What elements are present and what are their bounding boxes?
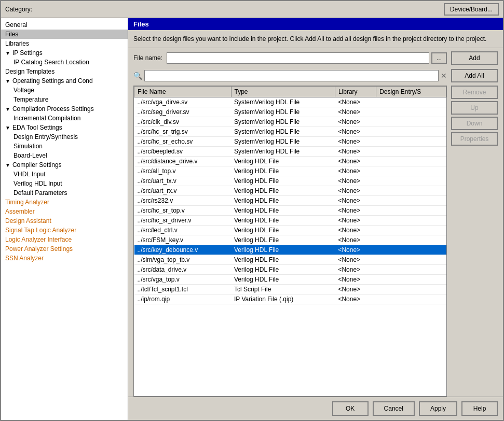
col-type[interactable]: Type (231, 87, 335, 97)
sidebar-label-ip-catalog: IP Catalog Search Location (13, 59, 89, 66)
properties-button[interactable]: Properties (451, 132, 498, 146)
right-panel: Files Select the design files you want t… (128, 18, 503, 420)
device-board-button[interactable]: Device/Board... (444, 3, 499, 16)
down-button[interactable]: Down (451, 117, 498, 130)
table-cell-1: Verilog HDL File (231, 226, 335, 235)
sidebar-item-voltage[interactable]: Voltage (1, 86, 128, 95)
table-cell-3 (376, 285, 446, 294)
sidebar-item-logic-analyzer[interactable]: Logic Analyzer Interface (1, 235, 128, 244)
category-label: Category: (5, 6, 32, 13)
table-cell-2: <None> (335, 285, 376, 294)
table-row[interactable]: ../src/vga_dirve.svSystemVerilog HDL Fil… (134, 97, 446, 107)
table-row[interactable]: ../src/hc_sr_trig.svSystemVerilog HDL Fi… (134, 127, 446, 137)
table-row[interactable]: ../src/led_ctrl.vVerilog HDL File<None> (134, 226, 446, 235)
table-row[interactable]: ../tcl/Tcl_script1.tclTcl Script File<No… (134, 285, 446, 294)
sidebar-item-design-entry[interactable]: Design Entry/Synthesis (1, 132, 128, 142)
sidebar-item-general[interactable]: General (1, 20, 128, 30)
table-cell-1: SystemVerilog HDL File (231, 107, 335, 117)
table-cell-3 (376, 196, 446, 206)
table-row[interactable]: ../src/hc_sr_echo.svSystemVerilog HDL Fi… (134, 137, 446, 147)
sidebar-item-vhdl-input[interactable]: VHDL Input (1, 170, 128, 179)
table-row[interactable]: ../src/hc_sr_driver.vVerilog HDL File<No… (134, 216, 446, 226)
sidebar-item-incremental[interactable]: Incremental Compilation (1, 114, 128, 123)
col-filename[interactable]: File Name (134, 87, 231, 97)
table-cell-2: <None> (335, 206, 376, 216)
table-cell-2: <None> (335, 97, 376, 107)
table-row[interactable]: ../src/distance_drive.vVerilog HDL File<… (134, 157, 446, 166)
remove-button[interactable]: Remove (451, 86, 498, 99)
sidebar-item-ip-catalog[interactable]: IP Catalog Search Location (1, 58, 128, 67)
sidebar-label-voltage: Voltage (13, 87, 34, 94)
help-button[interactable]: Help (461, 401, 498, 416)
col-entry[interactable]: Design Entry/S (376, 87, 446, 97)
table-row[interactable]: ../src/rs232.vVerilog HDL File<None> (134, 196, 446, 206)
apply-button[interactable]: Apply (419, 401, 457, 416)
table-row[interactable]: ../src/seg_driver.svSystemVerilog HDL Fi… (134, 107, 446, 117)
table-cell-0: ../src/uart_tx.v (134, 176, 231, 186)
table-row[interactable]: ../ip/rom.qipIP Variation File (.qip)<No… (134, 294, 446, 304)
file-table: File Name Type Library Design Entry/S ..… (134, 86, 446, 304)
sidebar: GeneralFilesLibraries▼IP SettingsIP Cata… (1, 18, 128, 420)
sidebar-item-temperature[interactable]: Temperature (1, 95, 128, 104)
sidebar-item-files[interactable]: Files (1, 30, 128, 39)
file-table-container[interactable]: File Name Type Library Design Entry/S ..… (133, 86, 447, 397)
sidebar-item-timing-analyzer[interactable]: Timing Analyzer (1, 198, 128, 207)
sidebar-item-libraries[interactable]: Libraries (1, 39, 128, 48)
table-row[interactable]: ../src/uart_rx.vVerilog HDL File<None> (134, 186, 446, 196)
sidebar-item-design-templates[interactable]: Design Templates (1, 67, 128, 76)
table-cell-0: ../src/distance_drive.v (134, 157, 231, 166)
sidebar-label-temperature: Temperature (13, 96, 48, 103)
add-button[interactable]: Add (451, 51, 498, 65)
table-row[interactable]: ../src/FSM_key.vVerilog HDL File<None> (134, 235, 446, 245)
sidebar-item-verilog-hdl[interactable]: Verilog HDL Input (1, 179, 128, 188)
sidebar-item-compilation[interactable]: ▼Compilation Process Settings (1, 104, 128, 114)
sidebar-item-eda-tool[interactable]: ▼EDA Tool Settings (1, 123, 128, 132)
clear-search-icon[interactable]: ✕ (441, 72, 447, 80)
sidebar-item-default-params[interactable]: Default Parameters (1, 188, 128, 198)
collapse-icon: ▼ (5, 125, 10, 131)
table-row[interactable]: ../src/data_drive.vVerilog HDL File<None… (134, 265, 446, 275)
sidebar-label-logic-analyzer: Logic Analyzer Interface (5, 236, 72, 243)
sidebar-item-compiler-settings[interactable]: ▼Compiler Settings (1, 160, 128, 170)
table-row[interactable]: ../src/beepled.svSystemVerilog HDL File<… (134, 147, 446, 157)
table-row[interactable]: ../src/vga_top.vVerilog HDL File<None> (134, 275, 446, 285)
up-button[interactable]: Up (451, 101, 498, 115)
col-library[interactable]: Library (335, 87, 376, 97)
sidebar-item-simulation[interactable]: Simulation (1, 142, 128, 151)
sidebar-item-ip-settings[interactable]: ▼IP Settings (1, 48, 128, 58)
table-cell-1: Verilog HDL File (231, 206, 335, 216)
cancel-button[interactable]: Cancel (373, 401, 415, 416)
browse-button[interactable]: ... (431, 52, 447, 64)
table-row[interactable]: ../src/clk_div.svSystemVerilog HDL File<… (134, 117, 446, 127)
sidebar-item-board-level[interactable]: Board-Level (1, 151, 128, 160)
table-row[interactable]: ../src/hc_sr_top.vVerilog HDL File<None> (134, 206, 446, 216)
table-cell-2: <None> (335, 294, 376, 304)
sidebar-label-compiler-settings: Compiler Settings (12, 161, 62, 169)
table-cell-0: ../src/clk_div.sv (134, 117, 231, 127)
sidebar-item-operating-settings[interactable]: ▼Operating Settings and Cond (1, 76, 128, 86)
sidebar-item-power-analyzer[interactable]: Power Analyzer Settings (1, 244, 128, 254)
sidebar-item-ssn-analyzer[interactable]: SSN Analyzer (1, 254, 128, 263)
sidebar-item-design-assistant[interactable]: Design Assistant (1, 216, 128, 226)
table-row[interactable]: ../src/all_top.vVerilog HDL File<None> (134, 166, 446, 176)
add-all-button[interactable]: Add All (451, 69, 498, 82)
file-name-input[interactable] (167, 52, 429, 64)
table-cell-0: ../src/uart_rx.v (134, 186, 231, 196)
sidebar-label-libraries: Libraries (5, 40, 29, 47)
sidebar-label-compilation: Compilation Process Settings (12, 105, 94, 113)
table-row[interactable]: ../src/key_debounce.vVerilog HDL File<No… (134, 245, 446, 255)
search-icon: 🔍 (133, 72, 142, 80)
table-cell-1: Verilog HDL File (231, 196, 335, 206)
table-cell-1: Verilog HDL File (231, 235, 335, 245)
table-cell-0: ../tcl/Tcl_script1.tcl (134, 285, 231, 294)
search-input[interactable] (144, 70, 439, 81)
sidebar-item-assembler[interactable]: Assembler (1, 207, 128, 216)
ok-button[interactable]: OK (332, 401, 369, 416)
search-row: 🔍 ✕ Add All (128, 68, 503, 83)
table-cell-2: <None> (335, 176, 376, 186)
table-cell-3 (376, 186, 446, 196)
table-cell-0: ../ip/rom.qip (134, 294, 231, 304)
sidebar-item-signal-tap[interactable]: Signal Tap Logic Analyzer (1, 226, 128, 235)
table-row[interactable]: ../sim/vga_top_tb.vVerilog HDL File<None… (134, 255, 446, 265)
table-row[interactable]: ../src/uart_tx.vVerilog HDL File<None> (134, 176, 446, 186)
